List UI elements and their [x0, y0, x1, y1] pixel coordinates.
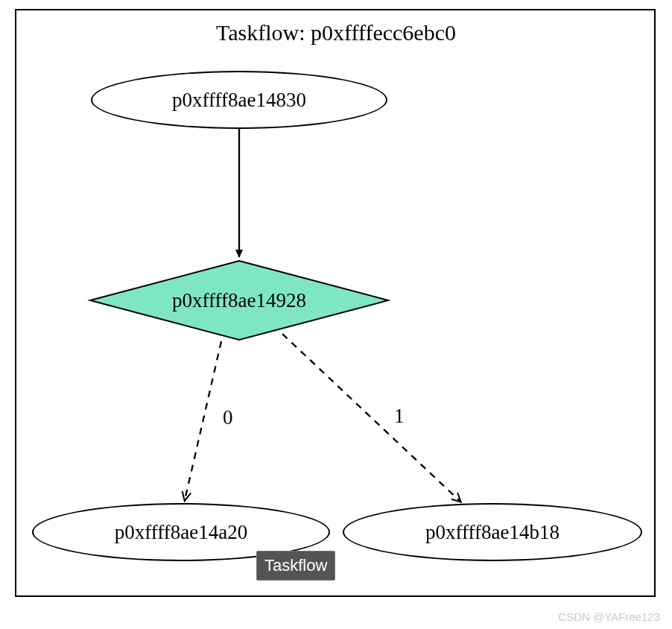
node-diamond: p0xffff8ae14928: [89, 260, 389, 341]
node-label-2: p0xffff8ae14928: [89, 260, 389, 341]
tooltip: Taskflow: [256, 551, 335, 581]
edge-dashed-1: [282, 334, 460, 502]
watermark: CSDN @YAFree123: [558, 610, 660, 623]
edge-label-1: 1: [394, 405, 405, 428]
edge-dashed-0: [185, 341, 221, 500]
edge-label-0: 0: [223, 406, 233, 429]
